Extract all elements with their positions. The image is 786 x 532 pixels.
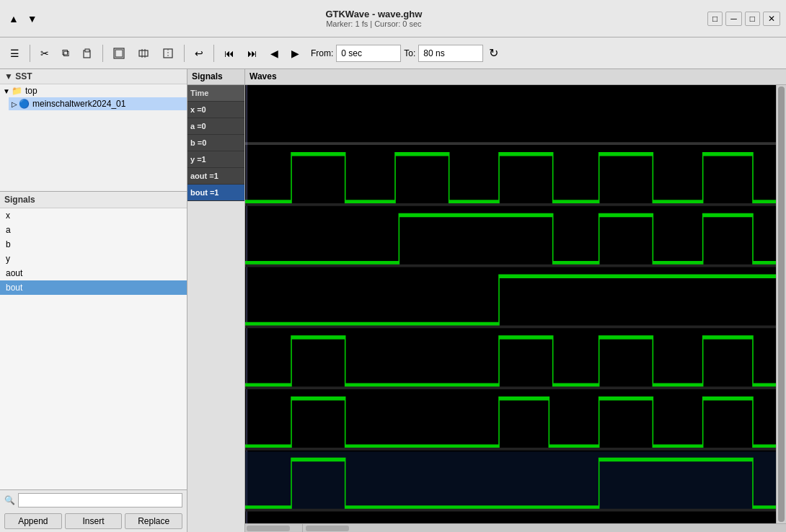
next-icon: ▶ xyxy=(291,48,299,59)
right-section: Signals Waves Time x =0 a =0 b =0 y =1 a… xyxy=(187,69,786,532)
tree-expand-icon: ▼ xyxy=(3,87,10,95)
restore-button[interactable]: □ xyxy=(707,12,723,26)
cut-icon: ✂ xyxy=(40,48,49,59)
signal-item-x[interactable]: x xyxy=(0,208,187,223)
signal-name-aout[interactable]: aout =1 xyxy=(187,168,244,185)
copy-button[interactable]: ⧉ xyxy=(58,44,74,62)
separator-1 xyxy=(30,45,30,62)
signal-name-y[interactable]: y =1 xyxy=(187,151,244,168)
signal-name-a[interactable]: a =0 xyxy=(187,118,244,135)
sst-header: ▼ SST xyxy=(0,69,187,84)
signal-h-scrollbar[interactable] xyxy=(245,523,303,532)
waves-column-header: Waves xyxy=(245,69,786,84)
signals-waves-body: Time x =0 a =0 b =0 y =1 aout =1 bout =1 xyxy=(187,85,786,532)
zoom-cursor-icon xyxy=(162,48,174,59)
tree-leaf-icon: ▷ xyxy=(12,100,17,108)
first-icon: ⏮ xyxy=(224,48,234,59)
menu-button[interactable]: ☰ xyxy=(6,45,24,62)
go-next-button[interactable]: ▶ xyxy=(287,45,304,62)
maximize-button[interactable]: □ xyxy=(745,12,760,26)
signal-names-column: Time x =0 a =0 b =0 y =1 aout =1 bout =1 xyxy=(187,85,245,532)
wave-display-area xyxy=(245,85,786,532)
svg-rect-4 xyxy=(139,50,148,56)
separator-2 xyxy=(102,45,103,62)
time-range-controls: From: To: xyxy=(311,45,483,62)
signal-item-y[interactable]: y xyxy=(0,252,187,266)
zoom-cursor-button[interactable] xyxy=(158,45,178,62)
sst-item-module[interactable]: ▷ 🔵 meinschaltwerk2024_01 xyxy=(9,97,187,110)
zoom-fit-icon xyxy=(113,48,125,59)
module-icon: 🔵 xyxy=(19,99,30,109)
refresh-button[interactable]: ↻ xyxy=(487,45,500,61)
bottom-scrollbars xyxy=(245,523,786,532)
cut-button[interactable]: ✂ xyxy=(36,45,53,62)
signal-item-aout[interactable]: aout xyxy=(0,266,187,280)
wave-h-scrollbar-thumb[interactable] xyxy=(306,526,349,531)
zoom-range-button[interactable] xyxy=(133,45,154,62)
go-first-button[interactable]: ⏮ xyxy=(220,45,239,62)
wave-svg xyxy=(245,85,776,523)
separator-3 xyxy=(184,45,185,62)
paste-button[interactable] xyxy=(78,45,97,61)
svg-rect-3 xyxy=(115,50,123,57)
vertical-scrollbar[interactable] xyxy=(776,85,786,523)
from-input[interactable] xyxy=(336,45,401,62)
wave-scroll-container xyxy=(245,85,786,523)
search-input[interactable] xyxy=(18,493,182,507)
signal-name-time: Time xyxy=(187,85,244,102)
signal-item-a[interactable]: a xyxy=(0,223,187,237)
folder-icon: 📁 xyxy=(12,86,22,96)
signals-list: x a b y aout bout xyxy=(0,208,187,489)
left-panel: ▼ SST ▼ 📁 top ▷ 🔵 meinschaltwerk2024_01 … xyxy=(0,69,187,532)
signals-bottom: 🔍 Append Insert Replace xyxy=(0,489,187,532)
signal-h-scrollbar-thumb[interactable] xyxy=(247,526,290,531)
signal-name-b[interactable]: b =0 xyxy=(187,135,244,151)
search-icon: 🔍 xyxy=(4,495,15,505)
separator-4 xyxy=(213,45,214,62)
vertical-scrollbar-thumb[interactable] xyxy=(778,87,785,522)
undo-button[interactable]: ↩ xyxy=(190,45,208,62)
title-bar: ▲ ▼ GTKWave - wave.ghw Marker: 1 fs | Cu… xyxy=(0,0,786,37)
sst-item-top[interactable]: ▼ 📁 top xyxy=(0,84,187,97)
scroll-up-button[interactable]: ▲ xyxy=(6,12,22,26)
insert-button[interactable]: Insert xyxy=(65,513,123,529)
sst-item-label-module: meinschaltwerk2024_01 xyxy=(32,99,125,109)
undo-icon: ↩ xyxy=(195,48,203,59)
signal-item-b[interactable]: b xyxy=(0,237,187,252)
replace-button[interactable]: Replace xyxy=(125,513,182,529)
window-title: GTKWave - wave.ghw xyxy=(325,9,422,19)
to-label: To: xyxy=(404,48,415,58)
to-input[interactable] xyxy=(418,45,483,62)
signals-column-header: Signals xyxy=(187,69,245,84)
hamburger-icon: ☰ xyxy=(10,48,19,59)
signal-name-bout[interactable]: bout =1 xyxy=(187,185,244,201)
minimize-button[interactable]: ─ xyxy=(725,12,742,26)
copy-icon: ⧉ xyxy=(62,47,69,59)
go-last-button[interactable]: ⏭ xyxy=(243,45,262,62)
svg-rect-1 xyxy=(85,49,89,52)
window-controls: □ ─ □ ✕ xyxy=(707,12,780,26)
wave-h-scrollbar[interactable] xyxy=(303,523,786,532)
sst-panel: ▼ SST ▼ 📁 top ▷ 🔵 meinschaltwerk2024_01 xyxy=(0,69,187,192)
title-bar-left: ▲ ▼ xyxy=(6,12,40,26)
wave-canvas[interactable] xyxy=(245,85,776,523)
go-prev-button[interactable]: ◀ xyxy=(266,45,283,62)
prev-icon: ◀ xyxy=(270,48,278,59)
last-icon: ⏭ xyxy=(247,48,257,59)
marker-cursor-info: Marker: 1 fs | Cursor: 0 sec xyxy=(326,19,421,28)
from-label: From: xyxy=(311,48,333,58)
append-button[interactable]: Append xyxy=(4,513,62,529)
zoom-range-icon xyxy=(138,48,149,59)
paste-icon xyxy=(82,48,92,58)
zoom-fit-button[interactable] xyxy=(109,45,129,62)
scroll-down-button[interactable]: ▼ xyxy=(25,12,40,26)
close-button[interactable]: ✕ xyxy=(763,12,780,26)
signal-item-bout[interactable]: bout xyxy=(0,280,187,295)
sst-collapse-icon[interactable]: ▼ SST xyxy=(4,71,32,81)
signal-name-x[interactable]: x =0 xyxy=(187,102,244,118)
search-row: 🔍 xyxy=(0,490,187,510)
sst-item-label-top: top xyxy=(25,86,37,96)
main-content: ▼ SST ▼ 📁 top ▷ 🔵 meinschaltwerk2024_01 … xyxy=(0,69,786,532)
waves-header-row: Signals Waves xyxy=(187,69,786,85)
signals-panel-header: Signals xyxy=(0,192,187,208)
